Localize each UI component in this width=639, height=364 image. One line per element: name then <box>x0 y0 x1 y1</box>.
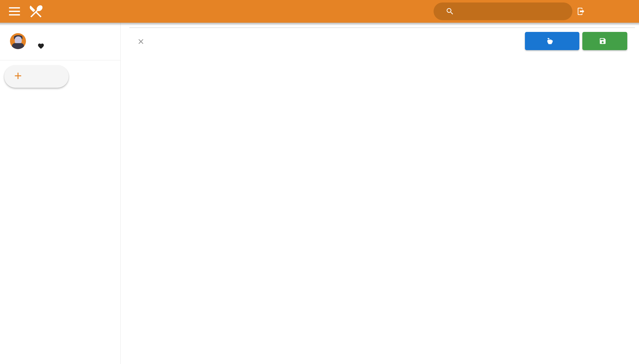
favorite-recipes-link[interactable] <box>38 43 50 50</box>
apple-icon <box>546 37 554 45</box>
menu-icon[interactable] <box>9 7 20 16</box>
mealie-app: + <box>0 0 639 364</box>
sidebar: + <box>0 23 121 364</box>
save-icon <box>599 37 606 45</box>
avatar[interactable] <box>10 33 26 49</box>
heart-icon <box>38 43 45 50</box>
save-button[interactable] <box>582 32 627 50</box>
close-icon <box>137 38 145 46</box>
global-search[interactable] <box>434 2 572 20</box>
logout-button[interactable] <box>577 0 589 23</box>
create-button[interactable]: + <box>4 65 69 88</box>
logout-icon <box>577 7 585 16</box>
sidebar-divider <box>0 60 121 60</box>
search-input[interactable] <box>462 2 566 20</box>
cancel-button[interactable] <box>137 34 150 49</box>
search-icon <box>446 7 454 16</box>
plus-icon: + <box>14 69 22 82</box>
parse-all-button[interactable] <box>525 32 579 50</box>
app-bar <box>0 0 639 23</box>
content-top-divider <box>129 28 635 28</box>
mealie-logo-icon <box>28 3 44 19</box>
